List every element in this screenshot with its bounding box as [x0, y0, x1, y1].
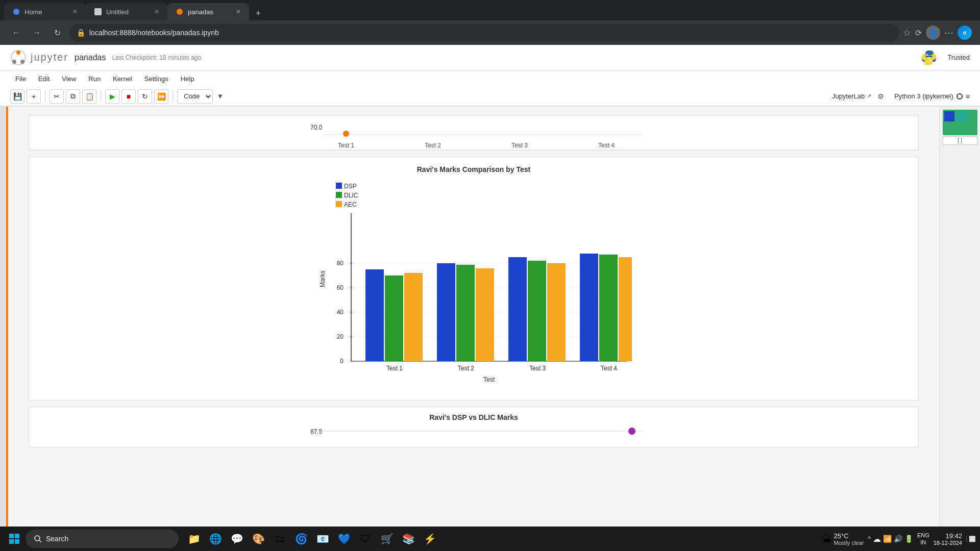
svg-text:87.5: 87.5 [310, 428, 323, 435]
search-icon [34, 535, 42, 543]
svg-text:Test 1: Test 1 [338, 142, 354, 149]
tab-untitled-close[interactable]: ✕ [154, 8, 159, 15]
tab-panadas[interactable]: panadas ✕ [167, 3, 249, 20]
bar-t3-dsp [508, 257, 527, 361]
restart-button[interactable]: ↻ [138, 89, 152, 104]
tab-panadas-label: panadas [188, 8, 213, 16]
svg-rect-19 [336, 201, 342, 207]
taskbar-icon-security[interactable]: 🛡 [355, 529, 376, 549]
copy-button[interactable]: ⧉ [66, 89, 80, 104]
toolbar-settings-icon[interactable]: ⚙ [877, 92, 884, 101]
python-logo [921, 49, 937, 66]
forward-button[interactable]: → [29, 24, 45, 41]
menu-settings[interactable]: Settings [139, 73, 174, 85]
menu-run[interactable]: Run [83, 73, 106, 85]
bar-t1-dlic [385, 276, 403, 361]
run-button[interactable]: ▶ [105, 89, 119, 104]
windows-icon [9, 534, 19, 544]
taskbar-icon-folder[interactable]: 🗂 [270, 529, 290, 549]
start-button[interactable] [4, 529, 24, 549]
language-indicator[interactable]: ENG IN [917, 532, 929, 546]
notebook-content[interactable]: 70.0 Test 1 Test 2 Test 3 Test 4 Test Ra… [8, 107, 939, 551]
taskbar-icon-dev[interactable]: ⚡ [420, 529, 440, 549]
profile-sync-icon[interactable]: ⟳ [915, 28, 922, 38]
svg-point-4 [16, 51, 20, 55]
bookmark-icon[interactable]: ☆ [903, 27, 911, 38]
menu-file[interactable]: File [10, 73, 31, 85]
menu-edit[interactable]: Edit [33, 73, 55, 85]
taskbar-icon-mail[interactable]: 📧 [312, 529, 333, 549]
security-icon: 🔒 [77, 29, 85, 37]
tab-panadas-close[interactable]: ✕ [236, 8, 241, 15]
address-bar-row: ← → ↻ 🔒 localhost:8888/notebooks/panadas… [0, 20, 980, 45]
taskbar-icon-book[interactable]: 📚 [398, 529, 419, 549]
clock[interactable]: 19:42 18-12-2024 [934, 532, 962, 546]
new-tab-button[interactable]: + [251, 6, 265, 20]
svg-point-8 [930, 60, 932, 61]
taskbar-icon-teams[interactable]: 💬 [227, 529, 247, 549]
network-icon[interactable]: 📶 [883, 535, 892, 543]
taskbar-icon-edge[interactable]: 🌀 [291, 529, 311, 549]
kernel-info: Python 3 (ipykernel) ≡ [894, 92, 970, 101]
expand-tray-icon[interactable]: ^ [868, 535, 871, 542]
save-button[interactable]: 💾 [10, 89, 24, 104]
back-button[interactable]: ← [8, 24, 24, 41]
address-bar[interactable]: 🔒 localhost:8888/notebooks/panadas.ipynb [69, 24, 899, 41]
bar-chart-title: Ravi's Marks Comparison by Test [37, 165, 910, 173]
taskbar-icon-color[interactable]: 🎨 [248, 529, 268, 549]
battery-icon[interactable]: 🔋 [904, 535, 913, 543]
svg-point-7 [926, 54, 928, 55]
add-cell-button[interactable]: + [27, 89, 41, 104]
bar-t2-dsp [437, 263, 455, 361]
svg-text:Test: Test [483, 376, 495, 383]
menu-kernel[interactable]: Kernel [108, 73, 137, 85]
cloud-icon[interactable]: ☁ [873, 534, 881, 544]
taskbar-app-icons: 📁 🌐 💬 🎨 🗂 🌀 📧 💙 🛡 🛒 📚 [184, 529, 440, 549]
more-options-icon[interactable]: ⋯ [944, 27, 953, 38]
user-icon[interactable]: 👤 [926, 26, 940, 40]
svg-text:20: 20 [337, 333, 344, 340]
trusted-badge: Trusted [947, 54, 970, 61]
svg-point-6 [20, 60, 24, 64]
right-panel-cell-indicator: [ ] [943, 136, 977, 145]
taskbar-icon-vscode[interactable]: 💙 [334, 529, 354, 549]
svg-text:Test 4: Test 4 [598, 142, 615, 149]
weather-desc: Mostly clear [834, 540, 864, 546]
lang-text: ENG [917, 532, 929, 539]
taskbar-icon-files[interactable]: 📁 [184, 529, 204, 549]
jupyterlab-button[interactable]: JupyterLab ↗ ⚙ [832, 92, 884, 101]
region-text: IN [917, 539, 929, 546]
svg-rect-15 [336, 183, 342, 189]
show-desktop-icon[interactable]: ⬜ [966, 536, 976, 542]
menu-view[interactable]: View [57, 73, 81, 85]
tab-home[interactable]: Home ✕ [4, 3, 86, 20]
bar-chart-svg: DSP DLIC AEC 0 20 40 60 80 [315, 178, 632, 392]
svg-text:Test 3: Test 3 [511, 142, 528, 149]
stop-button[interactable]: ■ [121, 89, 136, 104]
paste-button[interactable]: 📋 [82, 89, 96, 104]
tab-bar: Home ✕ Untitled ✕ panadas ✕ + [0, 0, 980, 20]
tab-untitled[interactable]: Untitled ✕ [86, 3, 167, 20]
taskbar-icon-shop[interactable]: 🛒 [377, 529, 397, 549]
cell-type-arrow[interactable]: ▼ [217, 92, 224, 100]
notebook-name[interactable]: panadas [75, 53, 106, 62]
system-icons: ^ ☁ 📶 🔊 🔋 [868, 534, 913, 544]
cell-type-select[interactable]: Code [177, 89, 213, 104]
kernel-menu-icon[interactable]: ≡ [966, 92, 970, 101]
bar-t3-aec [547, 263, 566, 361]
svg-text:0: 0 [340, 358, 344, 365]
jupyter-title-bar: jupyter panadas Last Checkpoint: 18 minu… [0, 45, 980, 70]
taskbar-icon-globe[interactable]: 🌐 [205, 529, 226, 549]
weather-widget[interactable]: 🌤 25°C Mostly clear [821, 532, 864, 546]
svg-point-2 [177, 9, 183, 15]
tab-home-close[interactable]: ✕ [72, 8, 78, 15]
address-icons: ☆ ⟳ 👤 ⋯ e [903, 26, 972, 40]
toolbar-separator-2 [101, 90, 101, 103]
menu-help[interactable]: Help [176, 73, 200, 85]
taskbar-search[interactable]: Search [26, 530, 179, 548]
refresh-button[interactable]: ↻ [49, 24, 65, 41]
cut-button[interactable]: ✂ [50, 89, 64, 104]
restart-run-button[interactable]: ⏩ [154, 89, 168, 104]
volume-icon[interactable]: 🔊 [894, 535, 902, 543]
svg-rect-1 [94, 8, 102, 15]
